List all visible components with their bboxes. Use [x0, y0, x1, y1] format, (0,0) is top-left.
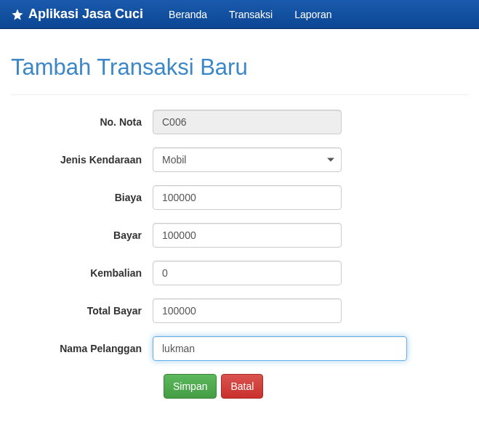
page-header: Tambah Transaksi Baru	[11, 54, 468, 95]
label-biaya: Biaya	[11, 192, 153, 203]
group-biaya: Biaya	[11, 185, 468, 210]
simpan-button[interactable]: Simpan	[164, 374, 217, 399]
biaya-input[interactable]	[153, 185, 342, 210]
label-no-nota: No. Nota	[11, 116, 153, 128]
nav-link-beranda[interactable]: Beranda	[158, 1, 218, 28]
nav-link-transaksi[interactable]: Transaksi	[218, 1, 283, 28]
label-total-bayar: Total Bayar	[11, 305, 153, 317]
label-nama-pelanggan: Nama Pelanggan	[11, 343, 153, 354]
navbar-brand[interactable]: Aplikasi Jasa Cuci	[11, 7, 143, 22]
bayar-input[interactable]	[153, 223, 342, 248]
nav-link-laporan[interactable]: Laporan	[283, 1, 342, 28]
button-row: Simpan Batal	[164, 374, 468, 399]
total-bayar-input[interactable]	[153, 298, 342, 323]
label-jenis-kendaraan: Jenis Kendaraan	[11, 154, 153, 166]
navbar: Aplikasi Jasa Cuci Beranda Transaksi Lap…	[0, 0, 479, 29]
main-container: Tambah Transaksi Baru No. Nota Jenis Ken…	[0, 54, 479, 399]
form: No. Nota Jenis Kendaraan Mobil Biaya Bay…	[11, 110, 468, 399]
brand-text: Aplikasi Jasa Cuci	[28, 7, 143, 22]
star-icon	[11, 8, 24, 21]
batal-button[interactable]: Batal	[221, 374, 263, 399]
page-title: Tambah Transaksi Baru	[11, 54, 468, 81]
group-bayar: Bayar	[11, 223, 468, 248]
nama-pelanggan-input[interactable]	[153, 336, 407, 361]
jenis-kendaraan-select[interactable]: Mobil	[153, 147, 342, 172]
kembalian-input[interactable]	[153, 261, 342, 285]
group-total-bayar: Total Bayar	[11, 298, 468, 323]
group-nama-pelanggan: Nama Pelanggan	[11, 336, 468, 361]
group-no-nota: No. Nota	[11, 110, 468, 134]
group-jenis-kendaraan: Jenis Kendaraan Mobil	[11, 147, 468, 172]
group-kembalian: Kembalian	[11, 261, 468, 285]
label-bayar: Bayar	[11, 229, 153, 241]
label-kembalian: Kembalian	[11, 267, 153, 279]
no-nota-input	[153, 110, 342, 134]
